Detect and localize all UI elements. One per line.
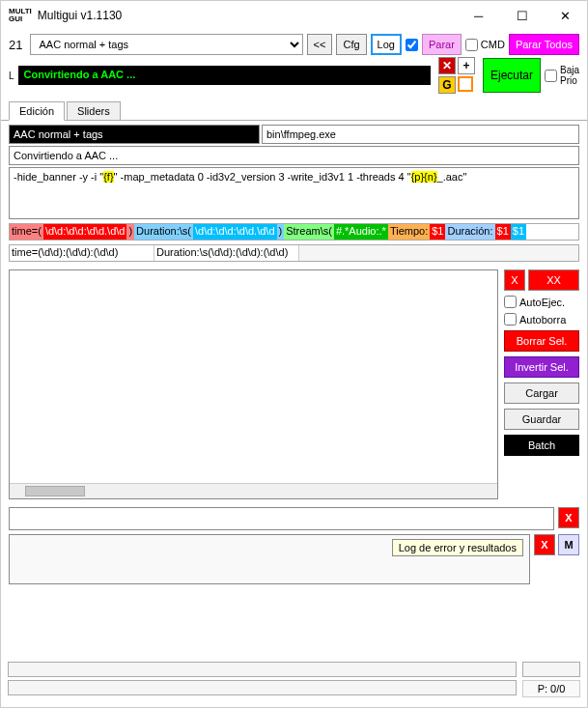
autoborra-checkbox[interactable] <box>504 313 517 326</box>
edit-panel: -hide_banner -y -i "{f}" -map_metadata 0… <box>1 121 587 266</box>
cfg-button[interactable]: Cfg <box>336 34 366 55</box>
log-clear-button[interactable]: X <box>534 534 555 555</box>
minimize-button[interactable]: ─ <box>457 1 500 30</box>
regex-row-2[interactable]: time=(\d\d):(\d\d):(\d\d) Duration:\s(\d… <box>9 244 579 262</box>
l-label: L <box>9 71 14 81</box>
lower-panel: X Log de error y resultados X M <box>1 503 587 588</box>
g-icon[interactable]: G <box>438 76 456 94</box>
baja-prio-label[interactable]: Baja Prio <box>545 65 579 86</box>
preset-name-field[interactable] <box>9 125 260 144</box>
preset-select[interactable]: AAC normal + tags <box>30 34 302 55</box>
log-button[interactable]: Log <box>371 34 402 55</box>
side-panel: X XX AutoEjec. Autoborra Borrar Sel. Inv… <box>504 269 579 499</box>
main-area: X XX AutoEjec. Autoborra Borrar Sel. Inv… <box>1 266 587 503</box>
baja-prio-checkbox[interactable] <box>545 70 557 82</box>
command-area[interactable]: -hide_banner -y -i "{f}" -map_metadata 0… <box>9 167 579 219</box>
invertir-sel-button[interactable]: Invertir Sel. <box>504 356 579 378</box>
binary-field[interactable] <box>262 125 579 144</box>
m-button[interactable]: M <box>558 534 579 555</box>
autoborra-label[interactable]: Autoborra <box>504 313 579 326</box>
app-icon: MULTIGUI <box>9 8 32 23</box>
input-line[interactable] <box>9 507 554 530</box>
footer: P: 0/0 <box>0 658 588 708</box>
parar-button[interactable]: Parar <box>422 34 462 55</box>
ejecutar-button[interactable]: Ejecutar <box>483 58 541 93</box>
delete-icon[interactable]: ✕ <box>438 57 456 74</box>
log-checkbox[interactable] <box>406 39 418 51</box>
autoejec-label[interactable]: AutoEjec. <box>504 296 579 308</box>
cmd-checkbox-label[interactable]: CMD <box>465 39 505 51</box>
guardar-button[interactable]: Guardar <box>504 409 579 430</box>
horizontal-scrollbar[interactable] <box>10 483 497 498</box>
batch-button[interactable]: Batch <box>504 435 579 456</box>
rewind-button[interactable]: << <box>307 34 333 55</box>
close-button[interactable]: ✕ <box>544 1 587 30</box>
x-button[interactable]: X <box>504 269 525 291</box>
cmd-checkbox[interactable] <box>465 39 478 51</box>
log-area[interactable]: Log de error y resultados <box>9 534 530 584</box>
toolbar: 21 AAC normal + tags << Cfg Log Parar CM… <box>1 30 587 57</box>
xx-button[interactable]: XX <box>528 269 579 291</box>
borrar-sel-button[interactable]: Borrar Sel. <box>504 330 579 352</box>
tab-sliders[interactable]: Sliders <box>67 101 121 120</box>
square-icon[interactable] <box>458 76 473 92</box>
progress-bar-2 <box>8 680 517 695</box>
maximize-button[interactable]: ☐ <box>500 1 544 30</box>
window-title: Multigui v1.1130 <box>38 9 457 22</box>
regex-row-1[interactable]: time=( \d\d:\d\d:\d\d.\d\d ) Duration:\s… <box>9 223 579 241</box>
preset-number: 21 <box>9 38 22 52</box>
autoejec-checkbox[interactable] <box>504 296 517 308</box>
status-bar: Convirtiendo a AAC ... <box>18 66 431 85</box>
titlebar: MULTIGUI Multigui v1.1130 ─ ☐ ✕ <box>1 1 587 30</box>
progress-bar-1 <box>8 662 517 677</box>
row2: L Convirtiendo a AAC ... ✕ + G Ejecutar … <box>1 57 587 98</box>
tab-edicion[interactable]: Edición <box>9 101 65 121</box>
progress-indicator <box>522 662 580 677</box>
tabs: Edición Sliders <box>1 98 587 121</box>
output-box[interactable] <box>9 269 498 499</box>
description-field[interactable] <box>9 146 579 165</box>
input-clear-button[interactable]: X <box>558 507 579 528</box>
cargar-button[interactable]: Cargar <box>504 382 579 404</box>
add-icon[interactable]: + <box>458 57 475 74</box>
page-counter: P: 0/0 <box>522 680 580 697</box>
parar-todos-button[interactable]: Parar Todos <box>509 34 579 55</box>
log-tooltip: Log de error y resultados <box>392 539 523 556</box>
